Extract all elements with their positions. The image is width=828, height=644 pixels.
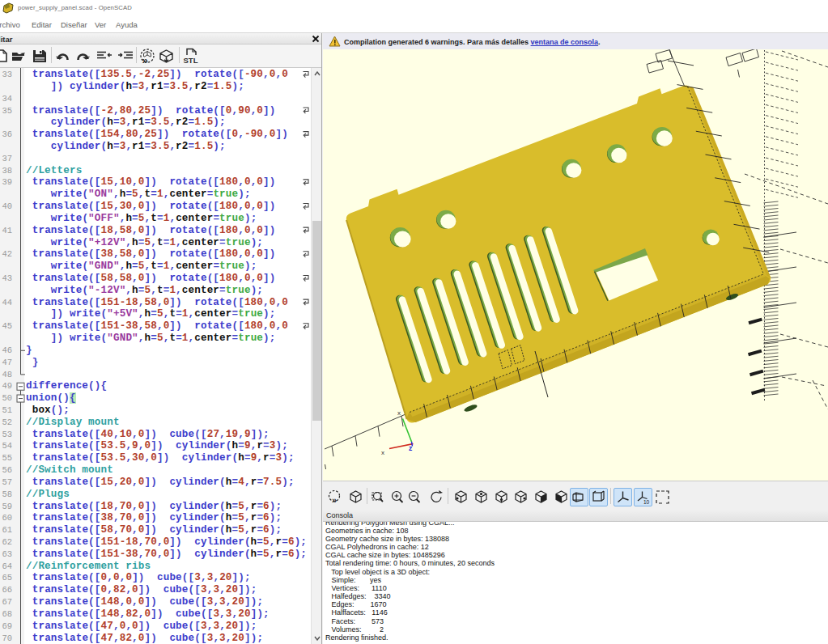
svg-text:x: x [397,409,401,417]
svg-text:»: » [332,495,337,505]
svg-text:STL: STL [184,56,198,65]
svg-text:»: » [142,54,148,65]
svg-text:z: z [409,444,412,452]
svg-text:10: 10 [643,499,650,505]
svg-text:x: x [381,449,384,456]
